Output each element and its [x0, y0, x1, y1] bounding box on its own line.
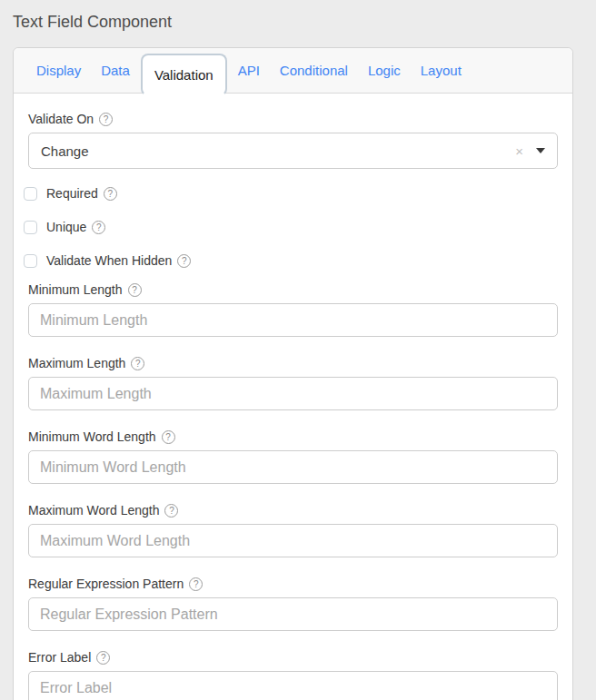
validate-when-hidden-checkbox[interactable]	[24, 254, 37, 268]
help-icon[interactable]: ?	[189, 577, 203, 591]
unique-label-text: Unique	[46, 220, 86, 234]
settings-card: Display Data Validation API Conditional …	[13, 47, 573, 700]
required-row: Required ?	[24, 184, 558, 202]
minimum-word-length-label: Minimum Word Length	[28, 429, 156, 444]
unique-label[interactable]: Unique ?	[46, 220, 105, 234]
tab-layout[interactable]: Layout	[411, 48, 472, 93]
help-icon[interactable]: ?	[128, 283, 142, 297]
validate-on-label-row: Validate On ?	[28, 112, 558, 126]
chevron-down-icon	[536, 148, 545, 153]
clear-selection-icon[interactable]: ×	[515, 143, 523, 159]
error-label-label: Error Label	[28, 650, 91, 665]
regular-expression-pattern-label-row: Regular Expression Pattern ?	[28, 577, 558, 591]
error-label-label-row: Error Label ?	[28, 650, 558, 665]
help-icon[interactable]: ?	[131, 357, 144, 370]
validate-on-selected-value: Change	[41, 143, 515, 159]
maximum-length-label-row: Maximum Length ?	[28, 356, 558, 370]
maximum-word-length-label-row: Maximum Word Length ?	[28, 503, 558, 518]
help-icon[interactable]: ?	[96, 651, 110, 665]
unique-row: Unique ?	[24, 218, 558, 236]
tab-logic[interactable]: Logic	[358, 48, 411, 93]
minimum-word-length-label-row: Minimum Word Length ?	[28, 429, 558, 444]
minimum-length-input[interactable]	[28, 303, 558, 337]
validate-on-select[interactable]: Change ×	[28, 133, 558, 169]
regular-expression-pattern-input[interactable]	[28, 597, 558, 631]
help-icon[interactable]: ?	[162, 430, 175, 444]
required-label[interactable]: Required ?	[46, 186, 117, 201]
help-icon[interactable]: ?	[99, 113, 113, 126]
regular-expression-pattern-label: Regular Expression Pattern	[28, 577, 184, 591]
component-settings-page: Text Field Component Display Data Valida…	[0, 0, 596, 700]
validation-tab-panel: Validate On ? Change × Required ? Unique	[14, 94, 572, 700]
help-icon[interactable]: ?	[177, 254, 191, 268]
validate-when-hidden-row: Validate When Hidden ?	[24, 251, 558, 270]
page-title: Text Field Component	[13, 12, 573, 32]
field-maximum-length: Maximum Length ?	[28, 356, 558, 410]
help-icon[interactable]: ?	[164, 504, 178, 518]
unique-checkbox[interactable]	[24, 221, 37, 234]
required-checkbox[interactable]	[24, 187, 37, 201]
tab-data[interactable]: Data	[91, 48, 140, 93]
error-label-input[interactable]	[28, 671, 558, 700]
validate-on-label: Validate On	[28, 112, 94, 126]
tab-api[interactable]: API	[228, 48, 270, 93]
maximum-length-label: Maximum Length	[28, 356, 125, 370]
minimum-length-label-row: Minimum Length ?	[28, 282, 558, 297]
field-regular-expression-pattern: Regular Expression Pattern ?	[28, 577, 558, 631]
validate-when-hidden-label-text: Validate When Hidden	[46, 253, 172, 268]
maximum-length-input[interactable]	[28, 377, 558, 410]
required-label-text: Required	[46, 186, 98, 201]
help-icon[interactable]: ?	[92, 221, 105, 234]
tab-bar: Display Data Validation API Conditional …	[14, 48, 572, 94]
maximum-word-length-label: Maximum Word Length	[28, 503, 159, 518]
help-icon[interactable]: ?	[104, 187, 117, 201]
field-minimum-word-length: Minimum Word Length ?	[28, 429, 558, 484]
field-minimum-length: Minimum Length ?	[28, 282, 558, 337]
validate-when-hidden-label[interactable]: Validate When Hidden ?	[46, 253, 191, 268]
tab-validation[interactable]: Validation	[141, 54, 227, 96]
minimum-length-label: Minimum Length	[28, 282, 123, 297]
maximum-word-length-input[interactable]	[28, 524, 558, 557]
field-error-label: Error Label ?	[28, 650, 558, 700]
tab-display[interactable]: Display	[26, 48, 91, 93]
tab-conditional[interactable]: Conditional	[270, 48, 358, 93]
field-maximum-word-length: Maximum Word Length ?	[28, 503, 558, 557]
minimum-word-length-input[interactable]	[28, 450, 558, 484]
